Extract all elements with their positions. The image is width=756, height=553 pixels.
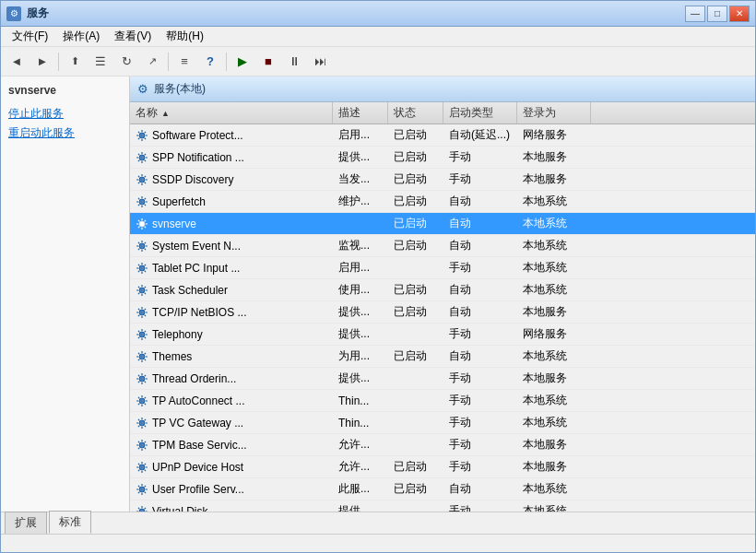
service-login-cell: 本地系统 bbox=[517, 412, 591, 433]
restart-button[interactable]: ⏭ bbox=[308, 51, 332, 73]
service-name-cell: UPnP Device Host bbox=[130, 456, 333, 477]
service-name-cell: TPM Base Servic... bbox=[130, 434, 333, 455]
help-button[interactable]: ? bbox=[198, 51, 222, 73]
minimize-button[interactable]: — bbox=[685, 6, 705, 22]
pause-button[interactable]: ⏸ bbox=[282, 51, 306, 73]
service-desc-cell: 此服... bbox=[333, 478, 388, 500]
service-name-cell: Task Scheduler bbox=[130, 279, 333, 300]
service-list-body[interactable]: Software Protect... 启用... 已启动 自动(延迟...) … bbox=[130, 124, 755, 512]
service-icon bbox=[136, 394, 148, 407]
service-login-cell: 本地系统 bbox=[517, 235, 591, 256]
play-button[interactable]: ▶ bbox=[230, 51, 254, 73]
show-hide-button[interactable]: ☰ bbox=[89, 51, 112, 73]
table-row[interactable]: TP AutoConnect ... Thin... 手动 本地系统 bbox=[130, 390, 755, 412]
col-login[interactable]: 登录为 bbox=[517, 102, 591, 124]
service-status-cell: 已启动 bbox=[388, 478, 443, 500]
window-icon: ⚙ bbox=[6, 6, 21, 21]
toolbar-separator-2 bbox=[168, 53, 169, 71]
service-icon bbox=[136, 173, 148, 186]
table-row[interactable]: Themes 为用... 已启动 自动 本地系统 bbox=[130, 346, 755, 368]
service-startup-cell: 自动 bbox=[443, 235, 517, 256]
menu-action[interactable]: 操作(A) bbox=[55, 27, 107, 46]
table-row[interactable]: System Event N... 监视... 已启动 自动 本地系统 bbox=[130, 235, 755, 257]
service-name-cell: SSDP Discovery bbox=[130, 169, 333, 190]
col-startup[interactable]: 启动类型 bbox=[443, 102, 517, 124]
service-desc-cell: 提供... bbox=[333, 368, 388, 389]
service-login-cell: 本地系统 bbox=[517, 279, 591, 300]
refresh-button[interactable]: ↻ bbox=[114, 51, 138, 73]
service-startup-cell: 手动 bbox=[443, 456, 517, 477]
back-button[interactable]: ◄ bbox=[5, 51, 29, 73]
toolbar-separator-1 bbox=[58, 53, 59, 71]
tab-standard[interactable]: 标准 bbox=[49, 511, 91, 534]
table-row[interactable]: UPnP Device Host 允许... 已启动 手动 本地服务 bbox=[130, 456, 755, 478]
service-status-cell: 已启动 bbox=[388, 456, 443, 477]
table-row[interactable]: Task Scheduler 使用... 已启动 自动 本地系统 bbox=[130, 279, 755, 301]
table-row[interactable]: SPP Notification ... 提供... 已启动 手动 本地服务 bbox=[130, 147, 755, 169]
service-login-cell: 本地系统 bbox=[517, 191, 591, 212]
service-login-cell: 本地系统 bbox=[517, 390, 591, 411]
export-button[interactable]: ↗ bbox=[140, 51, 164, 73]
service-login-cell: 本地服务 bbox=[517, 434, 591, 455]
forward-button[interactable]: ► bbox=[30, 51, 54, 73]
left-panel: svnserve 停止此服务 重启动此服务 bbox=[1, 76, 130, 512]
svg-point-14 bbox=[139, 442, 145, 448]
service-icon bbox=[136, 328, 148, 341]
service-name-cell: TCP/IP NetBIOS ... bbox=[130, 301, 333, 323]
service-status-cell bbox=[388, 368, 443, 389]
properties-button[interactable]: ≡ bbox=[172, 51, 196, 73]
service-login-cell: 本地服务 bbox=[517, 169, 591, 190]
restart-service-link[interactable]: 重启动此服务 bbox=[8, 125, 122, 141]
service-status-cell bbox=[388, 500, 443, 512]
tab-extend[interactable]: 扩展 bbox=[5, 512, 47, 534]
service-desc-cell: 使用... bbox=[333, 279, 388, 300]
maximize-button[interactable]: □ bbox=[707, 6, 727, 22]
stop-service-link[interactable]: 停止此服务 bbox=[8, 106, 122, 122]
menu-help[interactable]: 帮助(H) bbox=[159, 27, 211, 46]
table-row[interactable]: TP VC Gateway ... Thin... 手动 本地系统 bbox=[130, 412, 755, 434]
table-row[interactable]: Telephony 提供... 手动 网络服务 bbox=[130, 324, 755, 346]
list-header: 名称 ▲ 描述 状态 启动类型 登录为 bbox=[130, 102, 755, 124]
svg-point-16 bbox=[139, 487, 145, 492]
service-icon bbox=[136, 262, 148, 275]
service-name-cell: Tablet PC Input ... bbox=[130, 257, 333, 278]
col-name[interactable]: 名称 ▲ bbox=[130, 102, 333, 124]
service-startup-cell: 自动 bbox=[443, 213, 517, 234]
close-button[interactable]: ✕ bbox=[729, 6, 750, 22]
table-row[interactable]: Tablet PC Input ... 启用... 手动 本地系统 bbox=[130, 257, 755, 279]
col-status[interactable]: 状态 bbox=[388, 102, 443, 124]
service-startup-cell: 自动 bbox=[443, 478, 517, 500]
service-desc-cell: 提供... bbox=[333, 301, 388, 323]
service-name-cell: User Profile Serv... bbox=[130, 478, 333, 500]
table-row[interactable]: User Profile Serv... 此服... 已启动 自动 本地系统 bbox=[130, 478, 755, 500]
service-icon bbox=[136, 417, 148, 429]
table-row[interactable]: Thread Orderin... 提供... 手动 本地服务 bbox=[130, 368, 755, 390]
up-button[interactable]: ⬆ bbox=[63, 51, 87, 73]
title-bar-buttons: — □ ✕ bbox=[685, 6, 750, 22]
service-desc-cell: 启用... bbox=[333, 124, 388, 146]
service-startup-cell: 手动 bbox=[443, 434, 517, 455]
menu-file[interactable]: 文件(F) bbox=[5, 27, 55, 46]
table-row[interactable]: svnserve 已启动 自动 本地系统 bbox=[130, 213, 755, 235]
service-icon bbox=[136, 306, 148, 319]
svg-point-3 bbox=[139, 199, 145, 205]
title-bar: ⚙ 服务 — □ ✕ bbox=[1, 1, 755, 27]
service-icon bbox=[136, 372, 148, 385]
sort-arrow: ▲ bbox=[161, 109, 170, 118]
service-desc-cell: 允许... bbox=[333, 456, 388, 477]
stop-button[interactable]: ■ bbox=[256, 51, 280, 73]
service-status-cell bbox=[388, 324, 443, 345]
table-row[interactable]: Software Protect... 启用... 已启动 自动(延迟...) … bbox=[130, 124, 755, 147]
table-row[interactable]: Virtual Disk 提供... 手动 本地系统 bbox=[130, 500, 755, 512]
table-row[interactable]: TCP/IP NetBIOS ... 提供... 已启动 自动 本地服务 bbox=[130, 301, 755, 324]
table-row[interactable]: SSDP Discovery 当发... 已启动 手动 本地服务 bbox=[130, 169, 755, 191]
service-login-cell: 本地系统 bbox=[517, 213, 591, 234]
service-status-cell bbox=[388, 434, 443, 455]
service-status-cell bbox=[388, 257, 443, 278]
col-desc[interactable]: 描述 bbox=[333, 102, 388, 124]
status-bar bbox=[1, 534, 755, 552]
table-row[interactable]: TPM Base Servic... 允许... 手动 本地服务 bbox=[130, 434, 755, 456]
table-row[interactable]: Superfetch 维护... 已启动 自动 本地系统 bbox=[130, 191, 755, 213]
service-name-cell: Themes bbox=[130, 346, 333, 367]
menu-view[interactable]: 查看(V) bbox=[107, 27, 159, 46]
